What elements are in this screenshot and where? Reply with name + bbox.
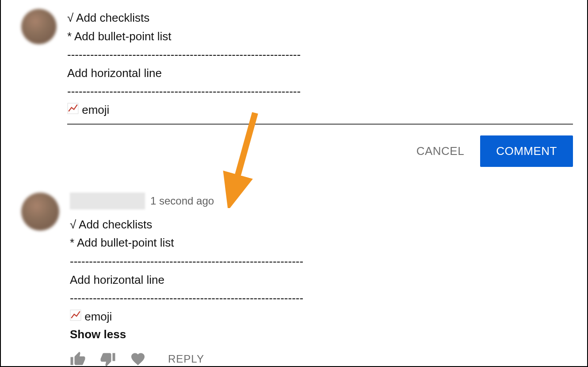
comment-line: emoji (70, 308, 580, 327)
thumbs-up-icon[interactable] (70, 351, 86, 367)
heart-icon[interactable] (130, 351, 146, 367)
comment-header: 1 second ago (70, 193, 580, 209)
comment-timestamp[interactable]: 1 second ago (150, 195, 214, 207)
comment-actions: CANCEL COMMENT (67, 132, 573, 178)
comment-input-area[interactable]: √ Add checklists * Add bullet-point list… (67, 9, 580, 178)
author-name[interactable] (70, 193, 145, 209)
reply-button[interactable]: REPLY (168, 353, 204, 365)
comment-emoji-text: emoji (84, 310, 112, 323)
input-line: emoji (67, 101, 573, 120)
input-line: * Add bullet-point list (67, 27, 573, 46)
input-line: √ Add checklists (67, 9, 573, 27)
input-line: ----------------------------------------… (67, 82, 573, 101)
commenter-avatar[interactable] (21, 193, 59, 231)
comment-input-section: √ Add checklists * Add bullet-point list… (8, 0, 580, 178)
comment-line: * Add bullet-point list (70, 234, 580, 252)
comment-line: Add horizontal line (70, 271, 580, 290)
input-line: Add horizontal line (67, 64, 573, 83)
comment-line: √ Add checklists (70, 216, 580, 234)
input-underline (67, 124, 573, 125)
input-line: ----------------------------------------… (67, 46, 573, 64)
thumbs-down-icon[interactable] (100, 351, 116, 367)
input-emoji-text: emoji (82, 103, 109, 116)
comment-line: ----------------------------------------… (70, 289, 580, 308)
chart-emoji-icon (70, 308, 81, 327)
reaction-row: REPLY (70, 351, 580, 367)
cancel-button[interactable]: CANCEL (416, 144, 464, 158)
comment-line: ----------------------------------------… (70, 252, 580, 271)
show-less-button[interactable]: Show less (70, 328, 126, 341)
comment-button[interactable]: COMMENT (480, 135, 573, 167)
posted-comment: 1 second ago √ Add checklists * Add bull… (8, 178, 580, 367)
user-avatar (21, 9, 57, 44)
chart-emoji-icon (67, 101, 79, 120)
